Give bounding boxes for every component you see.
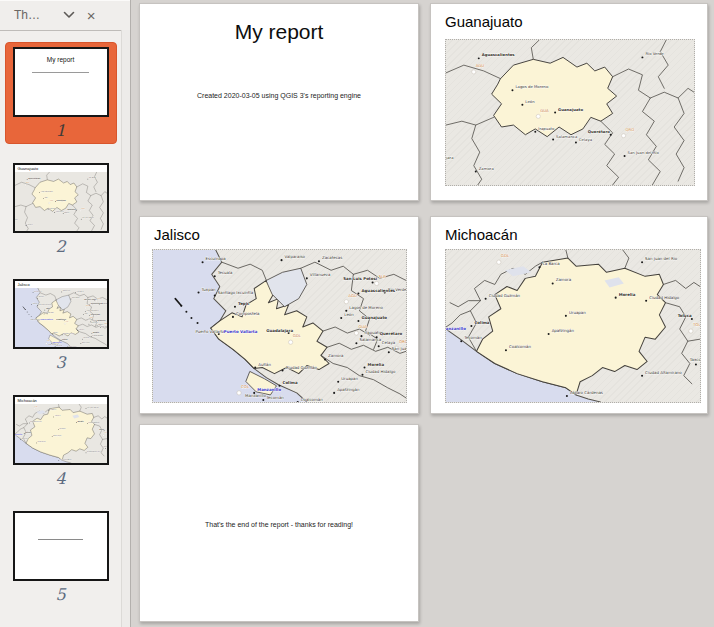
thumbnail-page-number: 1 [55, 121, 65, 140]
sidebar-header: Th… × [0, 0, 130, 31]
svg-text:San Juan del Río: San Juan del Río [628, 150, 660, 155]
svg-text:Zamora: Zamora [78, 328, 84, 331]
svg-text:Tepic: Tepic [238, 301, 250, 306]
svg-text:Irapuato: Irapuato [538, 126, 555, 131]
svg-text:Guanajuato: Guanajuato [90, 313, 99, 316]
svg-text:Morelia: Morelia [368, 362, 385, 367]
thumbnail-page-4-preview: Michoacán GDLLa BarcaZamoraCiudad Guzmán… [13, 395, 109, 465]
page-3-jalisco[interactable]: Jalisco EscuinapaTecualaValparaísoZacate… [139, 216, 419, 414]
svg-text:Tuxpan: Tuxpan [201, 287, 217, 292]
thumbnail-map-michoacan: GDLLa BarcaZamoraCiudad GuzmánMoreliaCiu… [15, 404, 107, 463]
page-4-michoacan[interactable]: Michoacán GDLLa BarcaZamoraCiudad Guzmán… [430, 216, 708, 414]
svg-text:Manzanillo: Manzanillo [446, 326, 466, 331]
thumbnail-page-1-preview: My report [13, 47, 109, 117]
svg-text:SLP: SLP [97, 297, 100, 300]
svg-text:San Juan del Río: San Juan del Río [645, 256, 678, 261]
svg-text:AGU: AGU [86, 304, 89, 307]
svg-text:Uruapan: Uruapan [569, 310, 586, 315]
close-icon: × [87, 8, 96, 23]
page-1-title-page[interactable]: My report Created 2020-03-05 using QGIS … [139, 3, 419, 201]
svg-text:GUA: GUA [358, 324, 367, 329]
chevron-down-icon [63, 11, 75, 19]
svg-text:Manzanillo: Manzanillo [245, 393, 267, 398]
map-guanajuato: AguascalientesAGURío VerdeLagos de Moren… [445, 39, 695, 186]
svg-text:Morelia: Morelia [93, 331, 99, 334]
svg-text:Valparaíso: Valparaíso [285, 254, 306, 259]
svg-text:Tecuala: Tecuala [38, 295, 43, 298]
thumbnail-page-2-preview: Guanajuato AguascalientesAGURío VerdeLag… [13, 163, 109, 233]
page-2-guanajuato[interactable]: Guanajuato AguascalientesAGURío VerdeLag… [430, 3, 708, 201]
svg-text:GDL: GDL [34, 405, 37, 408]
svg-text:Ciudad Altamirano: Ciudad Altamirano [645, 370, 682, 375]
svg-text:Tecomán: Tecomán [463, 335, 482, 340]
svg-text:Valparaíso: Valparaíso [62, 289, 69, 292]
svg-text:Taxco: Taxco [689, 357, 700, 362]
svg-text:Santiago Ixcuintla: Santiago Ixcuintla [38, 303, 51, 306]
svg-text:Morelia: Morelia [619, 292, 636, 297]
page-5-end-page[interactable]: That's the end of the report - thanks fo… [139, 424, 419, 622]
thumbnail-item-page-1[interactable]: My report 1 [5, 42, 117, 144]
svg-text:Celaya: Celaya [382, 340, 396, 345]
svg-text:Uruapan: Uruapan [83, 336, 89, 339]
page-title-michoacan: Michoacán [445, 226, 707, 243]
thumbnail-page-number: 4 [55, 469, 65, 488]
svg-text:Colima: Colima [62, 338, 67, 341]
svg-text:Aguascalientes: Aguascalientes [482, 52, 516, 57]
thumbnail-item-page-5[interactable]: 5 [5, 506, 117, 608]
svg-text:Apatzingán: Apatzingán [337, 387, 360, 392]
svg-text:Salamanca: Salamanca [55, 210, 63, 213]
svg-text:GUA: GUA [540, 108, 549, 113]
thumbnail-map-title: Guanajuato [15, 165, 107, 172]
thumbnail-page-number: 5 [55, 585, 65, 604]
thumbnail-text-line [38, 539, 82, 540]
svg-text:Manzanillo: Manzanillo [257, 387, 281, 392]
svg-text:Compostela: Compostela [236, 311, 260, 316]
svg-text:AGU: AGU [26, 181, 29, 184]
svg-text:Zamora: Zamora [479, 166, 494, 171]
map-michoacan: GDLLa BarcaZamoraCiudad GuzmánMoreliaCiu… [445, 249, 701, 403]
thumbnail-item-page-4[interactable]: Michoacán GDLLa BarcaZamoraCiudad Guzmán… [5, 390, 117, 492]
thumbnail-item-page-3[interactable]: Jalisco EscuinapaTecualaValparaísoZacate… [5, 274, 117, 376]
svg-text:Salamanca: Salamanca [90, 321, 98, 324]
svg-text:Ciudad Hidalgo: Ciudad Hidalgo [649, 295, 680, 300]
svg-text:Taxco: Taxco [103, 445, 107, 448]
svg-text:GDL: GDL [293, 333, 302, 338]
page-title-jalisco: Jalisco [154, 226, 418, 243]
thumbnail-item-page-2[interactable]: Guanajuato AguascalientesAGURío VerdeLag… [5, 158, 117, 260]
svg-text:Ciudad Guzmán: Ciudad Guzmán [286, 365, 318, 370]
svg-text:Zamora: Zamora [27, 223, 33, 226]
svg-text:SLP: SLP [379, 274, 387, 279]
svg-text:Querétaro: Querétaro [380, 331, 403, 336]
thumbnail-list: My report 1 Guanajuato AguascalientesAGU… [0, 30, 121, 627]
svg-text:Lagos de Moreno: Lagos de Moreno [515, 84, 549, 89]
svg-text:Ciudad Hidalgo: Ciudad Hidalgo [366, 369, 397, 374]
svg-text:Querétaro: Querétaro [588, 129, 610, 134]
svg-text:Aguascalientes: Aguascalientes [361, 288, 395, 293]
sidebar-collapse-button[interactable] [58, 4, 80, 26]
svg-text:Guanajuato: Guanajuato [558, 107, 583, 112]
sidebar-close-button[interactable]: × [80, 4, 102, 26]
svg-text:Ciudad Guzmán: Ciudad Guzmán [489, 293, 521, 298]
map-jalisco: EscuinapaTecualaValparaísoZacatecasVilla… [152, 249, 407, 403]
svg-text:Colima: Colima [25, 431, 30, 434]
page-title-guanajuato: Guanajuato [445, 13, 707, 30]
svg-text:San Juan del Río: San Juan del Río [87, 406, 99, 409]
svg-text:Toluca: Toluca [678, 313, 692, 318]
svg-text:San Luis Potosí: San Luis Potosí [343, 276, 378, 281]
svg-text:León: León [84, 312, 87, 315]
svg-text:AGU: AGU [476, 63, 485, 68]
svg-text:Lázaro Cárdenas: Lázaro Cárdenas [570, 390, 603, 395]
svg-text:Guadalajara: Guadalajara [15, 218, 18, 221]
svg-text:Zacatecas: Zacatecas [76, 289, 84, 292]
svg-text:La Barca: La Barca [543, 261, 561, 266]
svg-text:Salamanca: Salamanca [556, 134, 577, 139]
sidebar-scrollbar[interactable] [121, 30, 130, 627]
thumbnail-title-text: My report [15, 56, 107, 63]
svg-text:Villanueva: Villanueva [310, 272, 331, 277]
end-of-report-text: That's the end of the report - thanks fo… [140, 521, 418, 528]
svg-text:TOL: TOL [104, 431, 107, 434]
svg-text:Querétaro: Querétaro [97, 319, 105, 322]
svg-text:Celaya: Celaya [98, 323, 103, 326]
svg-text:COL: COL [241, 384, 250, 389]
svg-text:Uruapan: Uruapan [341, 376, 358, 381]
